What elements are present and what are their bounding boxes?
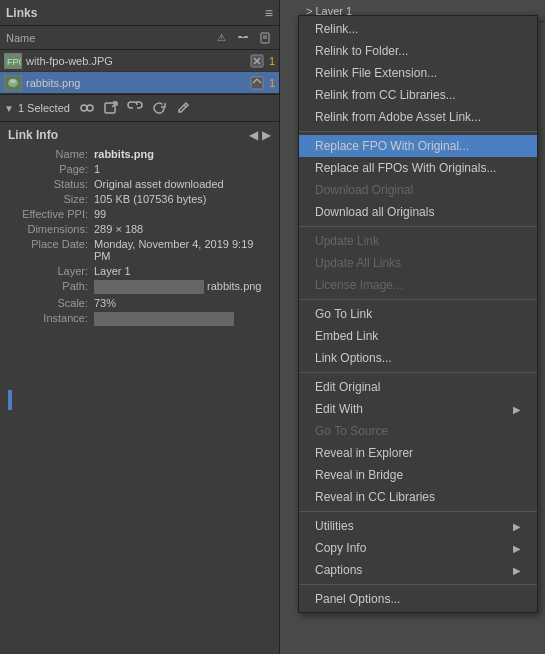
svg-point-17 [81, 105, 87, 111]
menu-item-label: License Image... [315, 278, 403, 292]
info-label-name: Name: [8, 148, 88, 160]
menu-item[interactable]: Link Options... [299, 347, 537, 369]
info-label-place-date: Place Date: [8, 238, 88, 262]
nav-prev[interactable]: ◀ [249, 128, 258, 142]
expand-icon[interactable]: ▼ [4, 103, 14, 114]
menu-item-label: Embed Link [315, 329, 378, 343]
info-value-place-date: Monday, November 4, 2019 9:19 PM [94, 238, 271, 262]
menu-item-label: Relink File Extension... [315, 66, 437, 80]
file-status-icon [249, 75, 265, 91]
file-page-num: 1 [269, 77, 275, 89]
file-thumb [4, 75, 22, 91]
menu-item-label: Update Link [315, 234, 379, 248]
file-status-icons [249, 75, 265, 91]
info-value-name: rabbits.png [94, 148, 271, 160]
menu-item: License Image... [299, 274, 537, 296]
info-row-instance: Instance: [8, 312, 271, 326]
info-row-place-date: Place Date: Monday, November 4, 2019 9:1… [8, 238, 271, 262]
menu-item[interactable]: Replace FPO With Original... [299, 135, 537, 157]
info-label-status: Status: [8, 178, 88, 190]
table-header: Name ⚠ [0, 26, 279, 50]
svg-text:FPO: FPO [7, 57, 21, 67]
menu-item[interactable]: Captions▶ [299, 559, 537, 581]
file-row[interactable]: rabbits.png 1 [0, 72, 279, 94]
info-row-page: Page: 1 [8, 163, 271, 175]
go-to-link-button[interactable] [100, 97, 122, 119]
menu-item-label: Download all Originals [315, 205, 434, 219]
menu-item: Go To Source [299, 420, 537, 442]
relink-button[interactable] [76, 97, 98, 119]
menu-item[interactable]: Relink from Adobe Asset Link... [299, 106, 537, 128]
menu-item[interactable]: Reveal in CC Libraries [299, 486, 537, 508]
menu-item[interactable]: Go To Link [299, 303, 537, 325]
instance-bar [94, 312, 234, 326]
menu-item[interactable]: Relink from CC Libraries... [299, 84, 537, 106]
info-value-scale: 73% [94, 297, 271, 309]
menu-item[interactable]: Embed Link [299, 325, 537, 347]
menu-item[interactable]: Relink to Folder... [299, 40, 537, 62]
info-row-dimensions: Dimensions: 289 × 188 [8, 223, 271, 235]
file-thumb: FPO [4, 53, 22, 69]
menu-item-label: Go To Source [315, 424, 388, 438]
menu-separator [299, 584, 537, 585]
submenu-arrow-icon: ▶ [513, 565, 521, 576]
menu-item[interactable]: Relink File Extension... [299, 62, 537, 84]
menu-item[interactable]: Download all Originals [299, 201, 537, 223]
svg-rect-2 [241, 37, 245, 38]
name-column-header: Name [6, 32, 213, 44]
menu-separator [299, 372, 537, 373]
menu-item[interactable]: Copy Info▶ [299, 537, 537, 559]
file-row[interactable]: FPO with-fpo-web.JPG 1 [0, 50, 279, 72]
info-label-dimensions: Dimensions: [8, 223, 88, 235]
info-label-layer: Layer: [8, 265, 88, 277]
toolbar: ▼ 1 Selected [0, 94, 279, 122]
panel-header: Links ≡ [0, 0, 279, 26]
menu-item-label: Reveal in Explorer [315, 446, 413, 460]
edit-original-button[interactable] [172, 97, 194, 119]
info-row-size: Size: 105 KB (107536 bytes) [8, 193, 271, 205]
menu-item[interactable]: Edit With▶ [299, 398, 537, 420]
file-status-icon [249, 53, 265, 69]
menu-item[interactable]: Edit Original [299, 376, 537, 398]
menu-item-label: Reveal in CC Libraries [315, 490, 435, 504]
svg-point-18 [87, 105, 93, 111]
panel-menu-icon[interactable]: ≡ [265, 5, 273, 21]
column-icons: ⚠ [213, 30, 273, 46]
menu-item-label: Link Options... [315, 351, 392, 365]
menu-item: Update All Links [299, 252, 537, 274]
info-label-scale: Scale: [8, 297, 88, 309]
menu-item-label: Update All Links [315, 256, 401, 270]
menu-item[interactable]: Utilities▶ [299, 515, 537, 537]
link-info-title: Link Info [8, 128, 58, 142]
info-label-page: Page: [8, 163, 88, 175]
info-label-instance: Instance: [8, 312, 88, 326]
file-status-icons [249, 53, 265, 69]
info-value-path: rabbits.png [94, 280, 271, 294]
file-name: with-fpo-web.JPG [26, 55, 249, 67]
link-button[interactable] [124, 97, 146, 119]
menu-item[interactable]: Replace all FPOs With Originals... [299, 157, 537, 179]
menu-item-label: Edit Original [315, 380, 380, 394]
update-link-button[interactable] [148, 97, 170, 119]
menu-item[interactable]: Reveal in Bridge [299, 464, 537, 486]
menu-item: Update Link [299, 230, 537, 252]
submenu-arrow-icon: ▶ [513, 521, 521, 532]
menu-item[interactable]: Relink... [299, 18, 537, 40]
menu-item[interactable]: Panel Options... [299, 588, 537, 610]
nav-next[interactable]: ▶ [262, 128, 271, 142]
menu-item-label: Replace FPO With Original... [315, 139, 469, 153]
file-page-num: 1 [269, 55, 275, 67]
info-row-status: Status: Original asset downloaded [8, 178, 271, 190]
menu-item-label: Captions [315, 563, 362, 577]
info-label-size: Size: [8, 193, 88, 205]
svg-rect-14 [251, 77, 263, 89]
links-panel: Links ≡ Name ⚠ [0, 0, 280, 654]
menu-item[interactable]: Reveal in Explorer [299, 442, 537, 464]
info-value-status: Original asset downloaded [94, 178, 271, 190]
info-label-path: Path: [8, 280, 88, 294]
menu-item-label: Edit With [315, 402, 363, 416]
info-value-layer: Layer 1 [94, 265, 271, 277]
selected-count: 1 Selected [18, 102, 70, 114]
menu-item-label: Go To Link [315, 307, 372, 321]
panel-title: Links [6, 6, 37, 20]
